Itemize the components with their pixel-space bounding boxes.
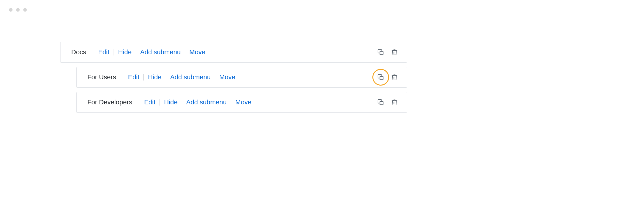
menu-row: For DevelopersEditHideAdd submenuMove — [76, 92, 407, 113]
hide-link[interactable]: Hide — [118, 48, 131, 56]
traffic-light-dot — [16, 8, 20, 12]
add-submenu-link[interactable]: Add submenu — [170, 73, 211, 81]
divider — [166, 74, 166, 81]
divider — [136, 49, 136, 55]
window-traffic-lights — [9, 8, 27, 12]
menu-item-title: For Users — [87, 73, 116, 81]
menu-item-title: For Developers — [87, 98, 132, 106]
move-link[interactable]: Move — [219, 73, 236, 81]
menu-item-actions: EditHideAdd submenuMove — [128, 73, 236, 81]
edit-link[interactable]: Edit — [128, 73, 140, 81]
menu-item-list: DocsEditHideAdd submenuMove For UsersEdi… — [60, 42, 407, 117]
copy-icon[interactable] — [377, 48, 385, 56]
add-submenu-link[interactable]: Add submenu — [186, 98, 227, 106]
trash-icon[interactable] — [390, 98, 399, 106]
svg-rect-0 — [380, 51, 383, 55]
menu-row: For UsersEditHideAdd submenuMove — [76, 67, 407, 88]
edit-link[interactable]: Edit — [144, 98, 155, 106]
divider — [160, 99, 160, 106]
menu-row: DocsEditHideAdd submenuMove — [60, 42, 407, 63]
trash-icon[interactable] — [390, 48, 399, 56]
menu-item-actions: EditHideAdd submenuMove — [144, 98, 251, 106]
divider — [182, 99, 182, 106]
traffic-light-dot — [23, 8, 27, 12]
divider — [231, 99, 231, 106]
move-link[interactable]: Move — [235, 98, 251, 106]
svg-rect-1 — [380, 76, 383, 80]
copy-icon[interactable] — [377, 98, 385, 106]
copy-icon[interactable] — [377, 73, 385, 81]
svg-rect-2 — [380, 101, 383, 105]
divider — [185, 49, 185, 55]
divider — [143, 74, 144, 81]
hide-link[interactable]: Hide — [148, 73, 161, 81]
menu-item-title: Docs — [71, 48, 86, 56]
menu-item-actions: EditHideAdd submenuMove — [98, 48, 205, 56]
divider — [114, 49, 114, 55]
move-link[interactable]: Move — [189, 48, 205, 56]
traffic-light-dot — [9, 8, 13, 12]
trash-icon[interactable] — [390, 73, 399, 81]
hide-link[interactable]: Hide — [164, 98, 177, 106]
divider — [215, 74, 215, 81]
add-submenu-link[interactable]: Add submenu — [140, 48, 181, 56]
edit-link[interactable]: Edit — [98, 48, 109, 56]
